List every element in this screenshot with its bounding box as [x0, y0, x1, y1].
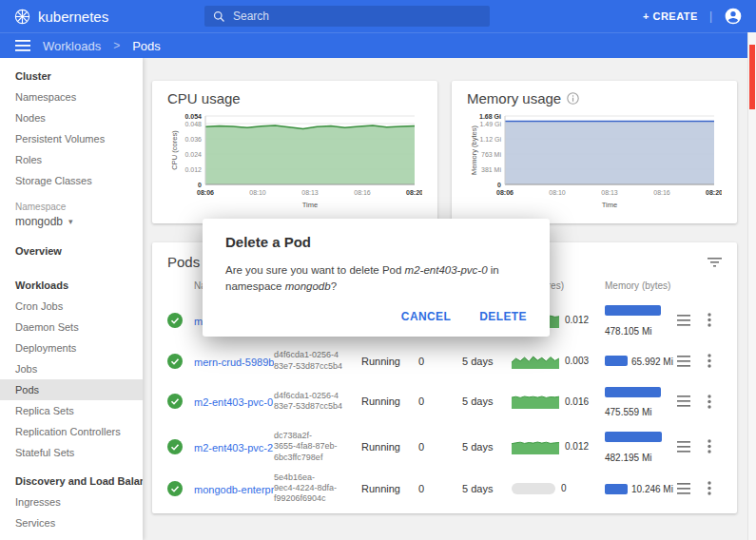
cpu-usage-title: CPU usage	[152, 81, 437, 106]
kubernetes-logo-icon	[13, 8, 31, 26]
sidebar-item-services[interactable]: Services	[0, 512, 143, 533]
pod-node-line: 83e7-53d87cc5b4	[274, 401, 361, 412]
col-header-memory[interactable]: Memory (bytes)	[605, 280, 677, 292]
breadcrumb-separator: >	[113, 39, 120, 52]
sidebar-item-namespaces[interactable]: Namespaces	[0, 87, 143, 107]
pod-node-line: 3655-4fa8-87eb-	[274, 441, 361, 452]
sidebar-item-replica-sets[interactable]: Replica Sets	[0, 400, 143, 421]
breadcrumb-bar: Workloads > Pods	[0, 32, 747, 58]
pod-age: 5 days	[462, 395, 512, 407]
svg-text:08:16: 08:16	[354, 189, 371, 196]
pod-memory-cell: 475.559 Mi	[605, 382, 677, 422]
namespace-selected-value: mongodb	[15, 215, 63, 228]
svg-text:08:20: 08:20	[706, 189, 722, 196]
sidebar-item-nodes[interactable]: Nodes	[0, 107, 143, 128]
sidebar-item-persistent-volumes[interactable]: Persistent Volumes	[0, 128, 143, 149]
logs-menu-icon[interactable]	[677, 356, 690, 367]
pod-cpu-cell: 0.003	[512, 354, 605, 369]
memory-usage-bar	[605, 432, 662, 442]
pod-name-link[interactable]: mongodb-enterprise-o	[194, 484, 274, 495]
sidebar-section-config-and-storage: Config and Storage	[0, 533, 143, 540]
pod-node-line: f99206f6904c	[274, 493, 361, 504]
pods-title: Pods	[167, 254, 200, 270]
pod-node-cell: dc738a2f-3655-4fa8-87eb-6bc3ffc798ef	[274, 431, 361, 463]
logs-menu-icon[interactable]	[677, 395, 690, 407]
sidebar-item-pods[interactable]: Pods	[0, 379, 143, 400]
pod-row-actions	[677, 481, 734, 495]
dialog-namespace: mongodb	[285, 280, 331, 292]
pod-cpu-cell: 0.012	[512, 439, 605, 454]
page-scrollbar[interactable]	[747, 32, 756, 540]
sidebar-section-discovery-and-load-balancing: Discovery and Load Balancing	[0, 463, 143, 492]
more-options-icon[interactable]	[708, 481, 711, 495]
sidebar-section-cluster: Cluster	[0, 58, 143, 87]
delete-button[interactable]: DELETE	[479, 310, 527, 323]
scrollbar-thumb[interactable]	[749, 45, 755, 109]
dialog-message-prefix: Are you sure you want to delete Pod	[225, 264, 405, 276]
brand[interactable]: kubernetes	[13, 8, 108, 26]
sidebar-nav: ClusterNamespacesNodesPersistent Volumes…	[0, 58, 143, 540]
search-input[interactable]	[233, 10, 482, 23]
svg-text:1.12 Gi: 1.12 Gi	[479, 136, 501, 143]
pod-status: Running	[361, 441, 418, 453]
svg-text:0.012: 0.012	[184, 166, 202, 173]
pod-memory-cell: 10.246 Mi	[605, 478, 677, 498]
pod-age: 5 days	[462, 483, 512, 494]
menu-hamburger-icon[interactable]	[15, 40, 30, 51]
breadcrumb-parent[interactable]: Workloads	[43, 39, 101, 53]
dialog-pod-name: m2-ent403-pvc-0	[405, 264, 488, 276]
svg-text:Time: Time	[602, 201, 617, 209]
sidebar-item-ingresses[interactable]: Ingresses	[0, 492, 143, 512]
status-ok-icon	[167, 439, 194, 454]
chevron-down-icon: ▾	[68, 217, 73, 226]
more-options-icon[interactable]	[708, 439, 711, 453]
create-button[interactable]: + CREATE	[643, 10, 698, 22]
sidebar-item-roles[interactable]: Roles	[0, 149, 143, 170]
svg-text:0: 0	[198, 182, 202, 188]
sidebar-item-stateful-sets[interactable]: Stateful Sets	[0, 442, 143, 463]
table-row: mern-crud-5989b8bb4d4f6cda1-0256-483e7-5…	[152, 343, 737, 379]
memory-usage-bar	[605, 484, 628, 494]
sidebar-item-jobs[interactable]: Jobs	[0, 358, 143, 379]
search-bar[interactable]	[204, 6, 490, 27]
svg-text:08:13: 08:13	[301, 189, 319, 196]
filter-icon[interactable]	[708, 257, 722, 268]
dialog-actions: CANCEL DELETE	[225, 296, 527, 333]
sidebar-item-replication-controllers[interactable]: Replication Controllers	[0, 421, 143, 442]
pod-node-line: d4f6cda1-0256-4	[274, 350, 361, 360]
more-options-icon[interactable]	[708, 354, 711, 368]
namespace-selector[interactable]: mongodb▾	[0, 213, 143, 235]
svg-text:0.048: 0.048	[184, 121, 202, 127]
sidebar-item-cron-jobs[interactable]: Cron Jobs	[0, 296, 143, 317]
table-row: m2-ent403-pvc-2dc738a2f-3655-4fa8-87eb-6…	[152, 424, 737, 470]
header-divider: |	[709, 10, 712, 23]
sidebar-item-storage-classes[interactable]: Storage Classes	[0, 170, 143, 191]
svg-text:Time: Time	[302, 201, 318, 209]
cancel-button[interactable]: CANCEL	[401, 310, 451, 323]
pod-row-actions	[677, 439, 734, 453]
sidebar-item-overview[interactable]: Overview	[0, 235, 143, 267]
pod-name-link[interactable]: m2-ent403-pvc-2	[194, 442, 273, 453]
more-options-icon[interactable]	[708, 313, 711, 327]
pod-node-line: 5e4b16ea-	[274, 472, 361, 483]
svg-text:08:10: 08:10	[249, 189, 266, 196]
pod-name-link[interactable]: mern-crud-5989b8bb4	[194, 357, 274, 368]
sidebar-item-deployments[interactable]: Deployments	[0, 338, 143, 358]
cpu-sparkline-chart	[512, 439, 559, 454]
brand-name: kubernetes	[38, 9, 108, 25]
sidebar-item-daemon-sets[interactable]: Daemon Sets	[0, 317, 143, 338]
more-options-icon[interactable]	[708, 395, 711, 409]
sidebar-section-workloads: Workloads	[0, 267, 143, 296]
user-account-icon[interactable]	[724, 7, 743, 26]
info-icon[interactable]	[567, 92, 579, 105]
pod-name-cell: m2-ent403-pvc-0	[194, 393, 274, 410]
memory-value: 478.105 Mi	[605, 326, 651, 337]
svg-text:1.68 Gi: 1.68 Gi	[479, 113, 501, 120]
memory-usage-card: Memory usage 0381 Mi763 Mi1.12 Gi1.49 Gi…	[452, 81, 737, 223]
pod-name-link[interactable]: m2-ent403-pvc-0	[194, 396, 273, 408]
logs-menu-icon[interactable]	[677, 441, 690, 453]
logs-menu-icon[interactable]	[677, 315, 690, 326]
logs-menu-icon[interactable]	[677, 483, 690, 494]
pod-age: 5 days	[462, 356, 512, 367]
pod-row-actions	[677, 395, 734, 409]
